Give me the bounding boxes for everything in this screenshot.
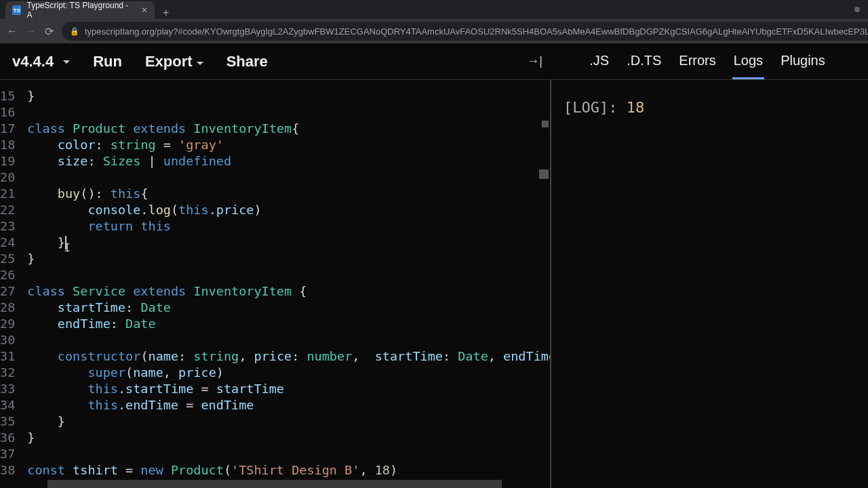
tab-js[interactable]: .JS xyxy=(588,43,610,79)
browser-tab[interactable]: TS TypeScript: TS Playground - A ✕ xyxy=(5,1,155,19)
tab-title: TypeScript: TS Playground - A xyxy=(26,1,132,20)
output-panel: [LOG]: 18 xyxy=(551,80,868,488)
version-selector[interactable]: v4.4.4 xyxy=(12,53,70,70)
tab-plugins[interactable]: Plugins xyxy=(779,43,827,79)
reload-icon[interactable]: ⟳ xyxy=(45,25,54,38)
collapse-icon[interactable]: →| xyxy=(527,54,548,68)
playground-toolbar: v4.4.4 Run Export Share →| .JS .D.TS Err… xyxy=(0,43,868,80)
minimap-marker xyxy=(539,169,549,179)
share-button[interactable]: Share xyxy=(226,53,268,70)
browser-toolbar: ← → ⟳ 🔒 typescriptlang.org/play?#code/KY… xyxy=(0,19,868,43)
window-control-icon[interactable] xyxy=(854,7,860,12)
run-button[interactable]: Run xyxy=(93,53,122,70)
log-prefix: [LOG]: xyxy=(564,99,627,116)
code-content[interactable]: }class Product extends InventoryItem{ co… xyxy=(27,80,551,488)
new-tab-button[interactable]: + xyxy=(155,7,177,19)
log-value: 18 xyxy=(627,99,645,116)
close-icon[interactable]: ✕ xyxy=(141,5,148,15)
tab-errors[interactable]: Errors xyxy=(677,43,717,79)
browser-tabstrip: TS TypeScript: TS Playground - A ✕ + xyxy=(0,0,868,19)
horizontal-scrollbar[interactable] xyxy=(47,480,502,488)
url-text: typescriptlang.org/play?#code/KYOwrgtgBA… xyxy=(85,26,868,37)
lock-icon: 🔒 xyxy=(70,27,79,36)
tab-dts[interactable]: .D.TS xyxy=(625,43,663,79)
export-button[interactable]: Export xyxy=(145,53,203,70)
tab-logs[interactable]: Logs xyxy=(732,43,764,79)
code-editor[interactable]: 1516171819202122232425262728293031323334… xyxy=(0,80,551,488)
minimap-marker xyxy=(542,121,549,127)
ts-favicon: TS xyxy=(12,5,21,15)
url-bar[interactable]: 🔒 typescriptlang.org/play?#code/KYOwrgtg… xyxy=(62,22,868,41)
line-gutter: 1516171819202122232425262728293031323334… xyxy=(0,80,27,488)
back-icon[interactable]: ← xyxy=(7,25,18,37)
forward-icon: → xyxy=(26,25,37,37)
